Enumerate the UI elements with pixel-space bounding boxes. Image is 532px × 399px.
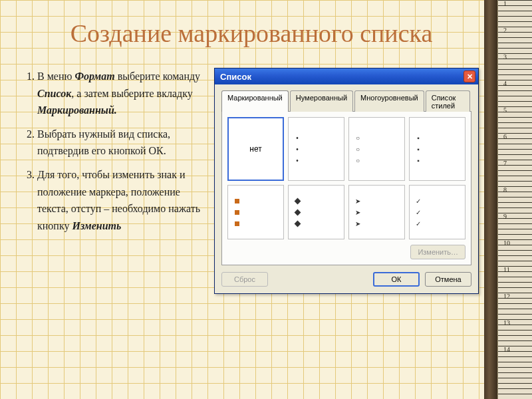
close-icon[interactable]: ✕ bbox=[464, 70, 475, 82]
bullet-option-arrow[interactable]: ➤ ➤ ➤ bbox=[348, 185, 405, 239]
dialog-titlebar[interactable]: Список ✕ bbox=[215, 68, 478, 84]
bullet-option-none[interactable]: нет bbox=[227, 117, 284, 181]
dialog-title: Список bbox=[220, 72, 251, 82]
bullet-option-diamond[interactable] bbox=[288, 185, 344, 239]
tabs: МаркированныйНумерованныйМногоуровневыйС… bbox=[221, 90, 471, 111]
tab-bulleted[interactable]: Маркированный bbox=[221, 90, 289, 112]
tab-panel: нет • • • ○ ○ ○ ▪ bbox=[221, 111, 471, 265]
bullet-option-square[interactable]: ▪ ▪ ▪ bbox=[409, 117, 466, 181]
tab-multilevel[interactable]: Многоуровневый bbox=[354, 90, 424, 112]
ok-button[interactable]: ОК bbox=[373, 272, 420, 287]
bullet-style-grid: нет • • • ○ ○ ○ ▪ bbox=[227, 117, 466, 239]
tab-numbered[interactable]: Нумерованный bbox=[290, 90, 353, 112]
tab-styles[interactable]: Список стилей bbox=[426, 90, 470, 112]
bullet-option-disc[interactable]: • • • bbox=[288, 117, 344, 181]
step-item: В меню Формат выберите команду Список, а… bbox=[37, 68, 210, 119]
step-item: Для того, чтобы изменить знак и положени… bbox=[37, 166, 210, 234]
bullet-option-check[interactable]: ✓ ✓ ✓ bbox=[409, 185, 466, 239]
slide-title: Создание маркированного списка bbox=[24, 19, 479, 48]
cancel-button[interactable]: Отмена bbox=[425, 272, 471, 287]
bullet-option-orange-square[interactable] bbox=[227, 185, 284, 239]
reset-button[interactable]: Сброс bbox=[221, 272, 268, 287]
ruler-decoration: 1234567891011121314 bbox=[497, 0, 532, 399]
modify-button[interactable]: Изменить… bbox=[410, 245, 466, 259]
instruction-list: В меню Формат выберите команду Список, а… bbox=[24, 68, 210, 241]
bullet-option-circle[interactable]: ○ ○ ○ bbox=[348, 117, 405, 181]
notebook-binding bbox=[484, 0, 497, 399]
step-item: Выбрать нужный вид списка, подтвердив ег… bbox=[37, 126, 210, 160]
list-dialog: Список ✕ МаркированныйНумерованныйМногоу… bbox=[214, 68, 479, 294]
